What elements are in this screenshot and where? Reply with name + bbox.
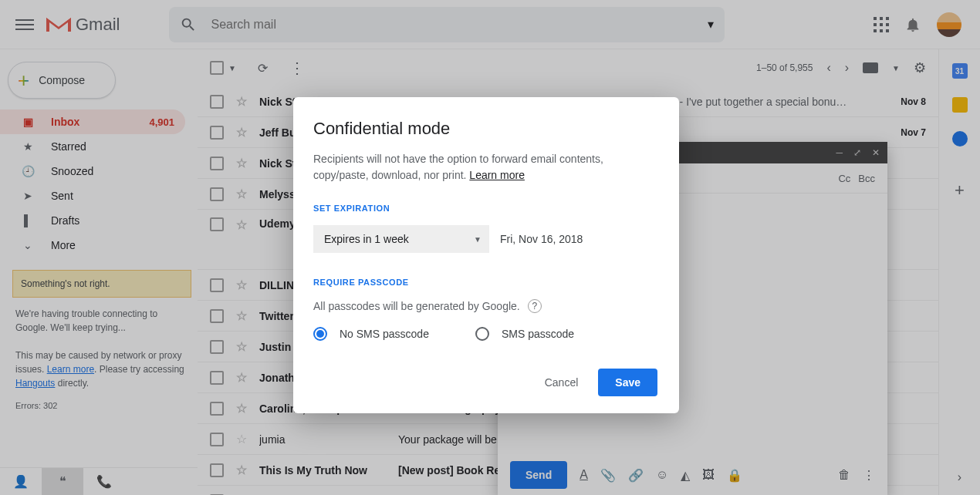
modal-title: Confidential mode [313, 119, 657, 139]
help-icon[interactable]: ? [528, 299, 542, 313]
passcode-note: All passcodes will be generated by Googl… [313, 299, 657, 313]
require-passcode-label: REQUIRE PASSCODE [313, 278, 657, 287]
radio-label: SMS passcode [502, 328, 574, 340]
expiration-select[interactable]: Expires in 1 week ▼ [313, 225, 489, 253]
modal-description: Recipients will not have the option to f… [313, 151, 657, 184]
radio-label: No SMS passcode [340, 328, 429, 340]
radio-sms[interactable]: SMS passcode [475, 327, 574, 341]
radio-no-sms[interactable]: No SMS passcode [313, 327, 429, 341]
cancel-button[interactable]: Cancel [532, 369, 591, 396]
expiration-date: Fri, Nov 16, 2018 [500, 233, 583, 245]
chevron-down-icon: ▼ [474, 235, 482, 244]
set-expiration-label: SET EXPIRATION [313, 204, 657, 213]
radio-icon [475, 327, 489, 341]
confidential-mode-dialog: Confidential mode Recipients will not ha… [293, 97, 679, 413]
learn-more-link[interactable]: Learn more [469, 169, 525, 181]
radio-icon [313, 327, 327, 341]
save-button[interactable]: Save [598, 369, 657, 396]
expiration-value: Expires in 1 week [324, 233, 409, 245]
